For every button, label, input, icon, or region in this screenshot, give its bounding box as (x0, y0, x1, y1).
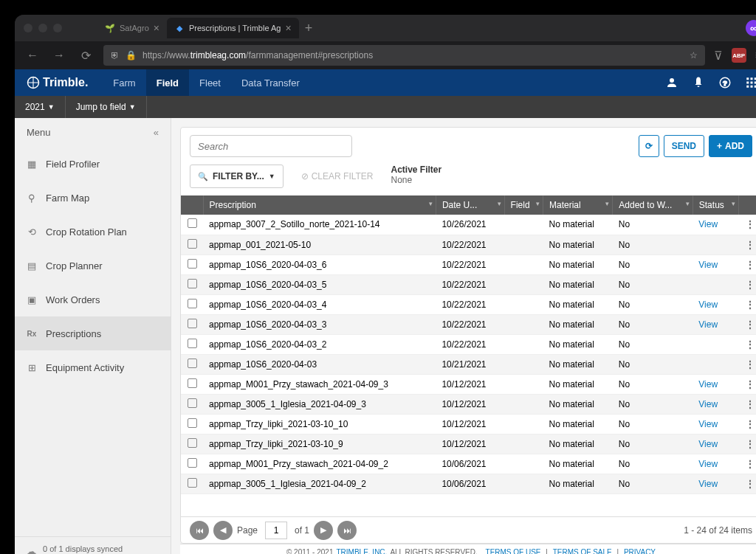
footer-link-privacy[interactable]: PRIVACY (624, 548, 656, 554)
shield-icon[interactable]: ⛨ (111, 50, 120, 60)
row-actions-menu[interactable]: ⋮ (739, 314, 757, 334)
view-link[interactable]: View (698, 299, 718, 310)
row-actions-menu[interactable]: ⋮ (739, 354, 757, 374)
close-icon[interactable]: × (285, 22, 291, 34)
sidebar-item-crop-planner[interactable]: ▤Crop Planner (15, 249, 171, 283)
new-tab-button[interactable]: + (299, 21, 319, 36)
refresh-button[interactable]: ⟳ (639, 135, 659, 157)
nav-item-farm[interactable]: Farm (103, 69, 145, 96)
view-link[interactable]: View (698, 219, 718, 229)
next-page-button[interactable]: ▶ (314, 521, 333, 540)
row-checkbox[interactable] (188, 339, 197, 348)
maximize-light[interactable] (53, 24, 62, 32)
help-icon[interactable]: ? (718, 75, 732, 90)
close-icon[interactable]: × (154, 22, 159, 34)
view-link[interactable]: View (698, 479, 718, 489)
sidebar-item-field-profiler[interactable]: ▦Field Profiler (15, 147, 171, 181)
send-button[interactable]: SEND (664, 135, 704, 157)
row-actions-menu[interactable]: ⋮ (739, 334, 757, 354)
sidebar-item-farm-map[interactable]: ⚲Farm Map (15, 181, 171, 215)
row-checkbox[interactable] (188, 319, 197, 328)
bell-icon[interactable] (691, 75, 706, 90)
view-link[interactable]: View (698, 399, 718, 409)
row-checkbox[interactable] (188, 239, 197, 249)
search-input[interactable] (190, 135, 352, 157)
row-checkbox[interactable] (188, 418, 197, 428)
collapse-icon[interactable]: « (154, 127, 159, 138)
extension-badge[interactable]: ∞ (746, 20, 756, 36)
abp-icon[interactable]: ABP (732, 48, 746, 63)
minimize-light[interactable] (38, 24, 47, 32)
row-checkbox[interactable] (188, 259, 197, 269)
row-actions-menu[interactable]: ⋮ (739, 434, 757, 454)
row-actions-menu[interactable]: ⋮ (739, 274, 757, 294)
row-actions-menu[interactable]: ⋮ (739, 374, 757, 394)
url-bar[interactable]: ⛨ 🔒 https://www.trimbleag.com/farmmanage… (103, 45, 705, 66)
star-icon[interactable]: ☆ (690, 50, 698, 60)
row-checkbox[interactable] (188, 438, 197, 448)
footer-link-terms-use[interactable]: TERMS OF USE (486, 548, 541, 554)
view-link[interactable]: View (698, 459, 718, 469)
view-link[interactable]: View (698, 319, 718, 330)
row-actions-menu[interactable]: ⋮ (739, 394, 757, 414)
sidebar-item-crop-rotation-plan[interactable]: ⟲Crop Rotation Plan (15, 215, 171, 249)
pocket-icon[interactable]: ⊽ (714, 49, 723, 63)
column-header[interactable]: Material▾ (543, 195, 613, 215)
clear-filter-button[interactable]: ⊘ CLEAR FILTER (294, 165, 381, 188)
year-selector[interactable]: 2021 ▼ (15, 96, 66, 118)
column-header[interactable]: Field▾ (504, 195, 543, 215)
row-actions-menu[interactable]: ⋮ (739, 454, 757, 474)
close-light[interactable] (24, 24, 32, 32)
row-actions-menu[interactable]: ⋮ (739, 414, 757, 434)
table-scroll[interactable]: Prescription▾Date U...▾Field▾Material▾Ad… (181, 195, 756, 516)
back-button[interactable]: ← (24, 46, 41, 64)
column-header[interactable]: Added to W...▾ (613, 195, 693, 215)
row-checkbox[interactable] (188, 299, 197, 308)
row-checkbox[interactable] (188, 279, 197, 288)
jump-to-field[interactable]: Jump to field ▼ (66, 96, 147, 118)
view-link[interactable]: View (698, 379, 718, 389)
row-checkbox[interactable] (188, 378, 197, 388)
row-actions-menu[interactable]: ⋮ (739, 215, 757, 235)
view-link[interactable]: View (698, 260, 718, 270)
column-header[interactable]: Date U...▾ (436, 195, 504, 215)
last-page-button[interactable]: ⏭ (337, 521, 357, 540)
column-header[interactable]: Prescription▾ (203, 195, 436, 215)
forward-button[interactable]: → (50, 46, 68, 64)
company-link[interactable]: TRIMBLE, INC. (336, 548, 387, 554)
filter-by-button[interactable]: 🔍 FILTER BY... ▼ (190, 165, 284, 188)
apps-icon[interactable] (744, 75, 756, 90)
add-button[interactable]: + ADD (709, 135, 752, 157)
row-checkbox[interactable] (188, 359, 197, 368)
row-actions-menu[interactable]: ⋮ (739, 474, 757, 494)
leaf-icon: 🌱 (105, 23, 115, 33)
row-actions-menu[interactable]: ⋮ (739, 255, 757, 274)
sidebar-item-work-orders[interactable]: ▣Work Orders (15, 283, 171, 316)
view-link[interactable]: View (698, 439, 718, 449)
column-header[interactable]: Status▾ (693, 195, 738, 215)
view-link[interactable]: View (698, 419, 718, 429)
row-actions-menu[interactable]: ⋮ (739, 294, 757, 314)
tab-satagro[interactable]: 🌱 SatAgro × (97, 18, 167, 38)
prev-page-button[interactable]: ◀ (213, 521, 233, 540)
nav-item-data-transfer[interactable]: Data Transfer (231, 69, 310, 96)
lock-icon[interactable]: 🔒 (126, 50, 137, 60)
footer-link-terms-sale[interactable]: TERMS OF SALE (553, 548, 612, 554)
first-page-button[interactable]: ⏮ (190, 521, 209, 540)
nav-item-field[interactable]: Field (146, 69, 189, 96)
page-input[interactable] (265, 522, 287, 539)
tab-prescriptions[interactable]: ◆ Prescriptions | Trimble Ag × (167, 18, 299, 38)
row-actions-menu[interactable]: ⋮ (739, 235, 757, 255)
cell-field (504, 235, 543, 255)
row-checkbox[interactable] (188, 478, 197, 488)
trimble-logo[interactable]: Trimble. (27, 76, 88, 89)
row-checkbox[interactable] (188, 458, 197, 468)
nav-item-fleet[interactable]: Fleet (189, 69, 231, 96)
reload-button[interactable]: ⟳ (77, 46, 94, 64)
svg-rect-4 (746, 77, 749, 80)
user-icon[interactable] (664, 75, 679, 90)
row-checkbox[interactable] (188, 218, 197, 228)
row-checkbox[interactable] (188, 398, 197, 408)
sidebar-item-equipment-activity[interactable]: ⊞Equipment Activity (15, 350, 171, 384)
sidebar-item-prescriptions[interactable]: RxPrescriptions (15, 316, 171, 350)
